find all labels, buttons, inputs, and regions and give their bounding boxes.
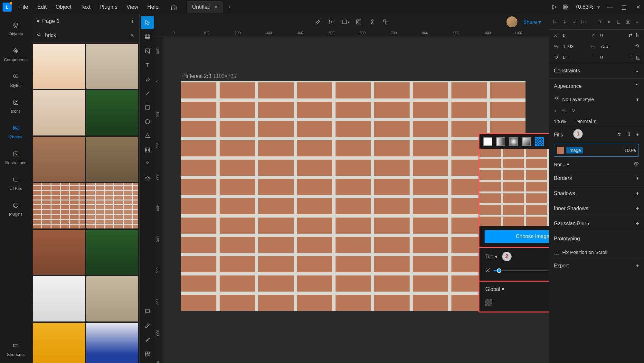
photo-thumb[interactable] [33, 183, 85, 228]
photo-thumb[interactable] [33, 137, 85, 182]
grid-icon[interactable] [561, 2, 571, 12]
shadows-section[interactable]: Shadows+ [549, 186, 644, 201]
fill-blend-mode[interactable]: Nor... ▾ [554, 162, 569, 167]
tool-comment[interactable] [141, 305, 154, 318]
rail-shortcuts[interactable]: Shortcuts [3, 337, 29, 360]
photo-thumb[interactable] [33, 44, 85, 89]
tool-frame[interactable] [141, 30, 154, 43]
play-icon[interactable] [549, 2, 559, 12]
detach-style-icon[interactable]: ⊘ [562, 107, 566, 113]
flip-v-icon[interactable]: ⇅ [635, 32, 639, 38]
zoom-level[interactable]: 70.83% [575, 4, 593, 10]
lock-aspect-icon[interactable]: ⟲ [635, 43, 639, 49]
rail-uikits[interactable]: UI Kits [3, 171, 29, 194]
clear-search-icon[interactable]: ✕ [130, 32, 134, 38]
constraints-section[interactable]: Constraints⌄ [549, 63, 644, 78]
align-bottom-icon[interactable] [615, 17, 621, 27]
fill-swatch[interactable] [557, 147, 564, 154]
menu-view[interactable]: View [123, 2, 142, 12]
edit-tool-icon[interactable] [313, 17, 323, 27]
user-avatar[interactable] [507, 16, 517, 27]
fill-tab-linear[interactable] [496, 137, 505, 146]
fill-opacity[interactable]: 100% [624, 148, 636, 153]
rail-photos[interactable]: Photos [3, 120, 29, 143]
reset-style-icon[interactable]: ↻ [571, 107, 575, 113]
menu-text[interactable]: Text [77, 2, 94, 12]
x-value[interactable]: 0 [563, 33, 565, 38]
photo-thumb[interactable] [86, 183, 138, 228]
menu-edit[interactable]: Edit [33, 2, 50, 12]
tool-component[interactable] [141, 158, 154, 171]
tool-pen[interactable] [141, 73, 154, 86]
appearance-section[interactable]: Appearance⌃ [549, 78, 644, 94]
y-value[interactable]: 0 [600, 33, 603, 38]
window-maximize-icon[interactable]: ▢ [621, 4, 627, 10]
tool-polygon[interactable] [141, 129, 154, 142]
tool-eyedropper[interactable] [141, 333, 154, 346]
align-icon[interactable] [367, 17, 377, 27]
menu-plugins[interactable]: Plugins [96, 2, 121, 12]
tool-line[interactable] [141, 87, 154, 100]
distribute-h-icon[interactable] [581, 17, 587, 27]
zoom-chevron-icon[interactable]: ▾ [597, 4, 600, 11]
add-icon[interactable]: + [636, 206, 639, 211]
rail-objects[interactable]: Objects [3, 17, 29, 40]
photo-thumb[interactable] [86, 276, 138, 321]
photo-thumb[interactable] [33, 230, 85, 275]
fills-add-icon[interactable]: + [636, 132, 639, 138]
photo-thumb[interactable] [33, 90, 85, 135]
transparency-swatch[interactable] [485, 299, 492, 306]
rotation-value[interactable]: 0° [563, 54, 567, 60]
fills-settings-icon[interactable] [617, 132, 622, 138]
window-minimize-icon[interactable]: — [607, 4, 613, 10]
add-icon[interactable]: + [636, 263, 639, 269]
fill-tab-radial[interactable] [509, 137, 518, 146]
tool-image[interactable] [141, 44, 154, 57]
detach-icon[interactable] [381, 17, 391, 27]
close-tab-icon[interactable]: × [214, 4, 218, 10]
add-icon[interactable]: + [636, 175, 639, 181]
add-style-icon[interactable]: + [554, 108, 557, 113]
tool-buttons[interactable] [141, 144, 154, 156]
new-tab-button[interactable]: + [224, 2, 235, 12]
fill-visibility-icon[interactable] [634, 161, 639, 167]
borders-section[interactable]: Borders+ [549, 171, 644, 186]
align-center-v-icon[interactable] [606, 17, 612, 27]
app-logo[interactable]: L [3, 3, 12, 12]
fill-item[interactable]: Image 100% [554, 144, 639, 157]
photo-thumb[interactable] [86, 230, 138, 275]
tool-rectangle[interactable] [141, 101, 154, 114]
fit-icon[interactable]: ⛶ [629, 54, 633, 60]
align-center-h-icon[interactable] [562, 17, 568, 27]
width-value[interactable]: 1102 [563, 43, 573, 49]
inner-shadows-section[interactable]: Inner Shadows+ [549, 201, 644, 216]
artboard-label[interactable]: Pinterest 2:31102×735 [182, 73, 236, 79]
align-left-icon[interactable] [553, 17, 559, 27]
tool-hotspot[interactable] [141, 172, 154, 185]
height-value[interactable]: 735 [600, 43, 608, 49]
menu-help[interactable]: Help [143, 2, 162, 12]
photo-thumb[interactable] [86, 44, 138, 89]
flip-h-icon[interactable]: ⇄ [629, 32, 633, 38]
menu-file[interactable]: File [15, 2, 32, 12]
more-align-icon[interactable]: ≡ [634, 17, 640, 27]
corner-value[interactable]: 0 [600, 54, 603, 60]
choose-image-button[interactable]: Choose Image [485, 230, 549, 243]
rail-components[interactable]: Components [3, 42, 29, 66]
rail-icons[interactable]: Icons [3, 94, 29, 117]
opacity-value[interactable]: 100% [554, 119, 566, 124]
rail-styles[interactable]: Styles [3, 68, 29, 91]
photo-thumb[interactable] [86, 90, 138, 135]
scale-slider[interactable] [494, 270, 548, 271]
fill-tab-image[interactable] [535, 137, 544, 146]
tool-text[interactable] [141, 59, 154, 71]
photo-thumb[interactable] [86, 323, 138, 363]
mask-icon[interactable] [354, 17, 364, 27]
tool-more[interactable] [141, 348, 154, 360]
document-tab[interactable]: Untitled × [187, 1, 223, 13]
export-section[interactable]: Export+ [549, 258, 644, 273]
add-icon[interactable]: + [636, 191, 639, 196]
tool-slice[interactable] [141, 319, 154, 332]
window-close-icon[interactable]: ✕ [635, 4, 641, 10]
add-page-icon[interactable]: + [130, 18, 134, 25]
